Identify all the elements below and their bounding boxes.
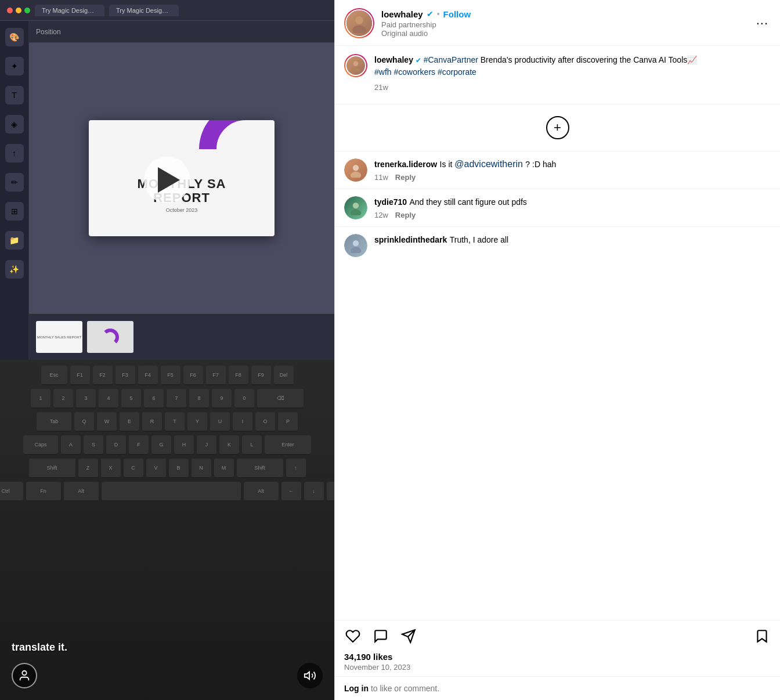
projects-icon[interactable]: 📁 bbox=[5, 231, 24, 250]
key-f9: F9 bbox=[251, 366, 271, 385]
key-k: K bbox=[219, 435, 239, 455]
key-space bbox=[102, 482, 241, 501]
more-options-button[interactable]: ··· bbox=[754, 13, 771, 33]
ig-login-link[interactable]: Log in bbox=[344, 684, 369, 693]
key-f7: F7 bbox=[206, 366, 226, 385]
ig-post-header: loewhaley ✔ #CanvaPartner Brenda's produ… bbox=[344, 54, 771, 93]
comment-reply-button-2[interactable]: Reply bbox=[395, 211, 416, 219]
comment-item-2: tydie710 And they still cant figure out … bbox=[335, 189, 780, 227]
ig-comments: trenerka.liderow Is it @advicewitherin ?… bbox=[335, 151, 780, 620]
comment-avatar-1[interactable] bbox=[344, 158, 367, 182]
svg-point-10 bbox=[353, 240, 359, 246]
key-right: → bbox=[327, 482, 335, 501]
commenter-avatar-img-2 bbox=[344, 196, 367, 219]
apps-icon[interactable]: ⊞ bbox=[5, 202, 24, 221]
ig-username[interactable]: loewhaley bbox=[381, 9, 423, 19]
key-a: A bbox=[61, 435, 81, 455]
comment-text-2: And they still cant figure out pdfs bbox=[410, 197, 527, 207]
post-caption: loewhaley ✔ #CanvaPartner Brenda's produ… bbox=[374, 54, 771, 93]
user-profile-button[interactable] bbox=[12, 663, 37, 688]
canva-sidebar: 🎨 ✦ T ◈ ↑ ✏ ⊞ 📁 ✨ bbox=[0, 21, 29, 360]
svg-point-5 bbox=[351, 67, 360, 72]
avatar-ring[interactable] bbox=[344, 8, 374, 38]
svg-point-9 bbox=[351, 209, 361, 215]
svg-point-6 bbox=[353, 164, 359, 170]
browser-tab-1[interactable]: Try Magic Design ·... bbox=[35, 5, 104, 16]
key-d: D bbox=[106, 435, 126, 455]
elements-icon[interactable]: ✦ bbox=[5, 57, 24, 75]
key-shift-left: Shift bbox=[29, 459, 75, 478]
key-x: X bbox=[101, 459, 121, 478]
ig-action-bar bbox=[335, 620, 780, 650]
commenter-username-2[interactable]: tydie710 bbox=[374, 197, 407, 207]
bookmark-icon bbox=[754, 629, 770, 644]
canva-toolbar: Position bbox=[29, 21, 334, 43]
key-up: ↑ bbox=[286, 459, 306, 478]
video-bottom-controls bbox=[0, 663, 334, 688]
key-n: N bbox=[192, 459, 211, 478]
brand-icon[interactable]: ◈ bbox=[5, 115, 24, 133]
user-icon bbox=[18, 669, 31, 682]
key-s: S bbox=[84, 435, 103, 455]
ig-header-info: loewhaley ✔ • Follow Paid partnership Or… bbox=[381, 9, 747, 38]
key-f2: F2 bbox=[93, 366, 113, 385]
ig-date: November 10, 2023 bbox=[335, 663, 780, 676]
filmstrip-thumb-2[interactable] bbox=[87, 321, 133, 353]
play-button[interactable] bbox=[144, 157, 190, 203]
follow-button[interactable]: Follow bbox=[443, 9, 471, 19]
comment-text-1b: ? :D hah bbox=[525, 160, 556, 169]
sound-button[interactable] bbox=[297, 663, 323, 688]
sound-icon bbox=[304, 669, 316, 682]
load-more-button[interactable]: + bbox=[335, 104, 780, 151]
uploads-icon[interactable]: ↑ bbox=[5, 144, 24, 163]
key-caps: Caps bbox=[23, 435, 58, 455]
like-button[interactable] bbox=[344, 627, 362, 645]
browser-tab-2[interactable]: Try Magic Design I ... bbox=[109, 5, 179, 16]
key-o: O bbox=[255, 412, 275, 432]
draw-icon[interactable]: ✏ bbox=[5, 173, 24, 192]
comment-time-1: 11w bbox=[374, 173, 388, 182]
comment-time-2: 12w bbox=[374, 211, 388, 219]
comment-avatar-2[interactable] bbox=[344, 196, 367, 219]
heart-icon bbox=[345, 629, 360, 644]
key-y: Y bbox=[187, 412, 207, 432]
key-m: M bbox=[214, 459, 234, 478]
comment-mention-1[interactable]: @advicewitherin bbox=[454, 159, 523, 169]
position-label: Position bbox=[36, 28, 61, 36]
browser-bar: Try Magic Design ·... Try Magic Design I… bbox=[0, 0, 334, 21]
comment-avatar-3[interactable] bbox=[344, 234, 367, 257]
post-hashtags[interactable]: #wfh #coworkers #corporate bbox=[374, 67, 476, 77]
comment-reply-button-1[interactable]: Reply bbox=[395, 173, 416, 182]
key-1: 1 bbox=[31, 389, 50, 409]
plus-icon: + bbox=[554, 120, 561, 135]
magic-media-icon[interactable]: ✨ bbox=[5, 260, 24, 279]
avatar-person-icon bbox=[349, 13, 369, 33]
key-r: R bbox=[142, 412, 162, 432]
text-icon[interactable]: T bbox=[5, 86, 24, 104]
ig-login-prompt: Log in to like or comment. bbox=[335, 676, 780, 700]
play-overlay[interactable] bbox=[144, 157, 190, 203]
key-0: 0 bbox=[234, 389, 254, 409]
key-i: I bbox=[233, 412, 252, 432]
comment-button[interactable] bbox=[372, 627, 389, 645]
commenter-username-3[interactable]: sprinkledinthedark bbox=[374, 235, 447, 244]
post-username-inline[interactable]: loewhaley bbox=[374, 55, 413, 64]
filmstrip-thumb-1[interactable]: MONTHLY SALES REPORT bbox=[36, 321, 82, 353]
post-caption-main: Brenda's productivity after discovering … bbox=[481, 55, 698, 64]
post-hashtag-partner[interactable]: #CanvaPartner bbox=[424, 55, 478, 64]
design-icon[interactable]: 🎨 bbox=[5, 28, 24, 46]
key-z: Z bbox=[78, 459, 98, 478]
commenter-username-1[interactable]: trenerka.liderow bbox=[374, 160, 437, 169]
commenter-face-3-icon bbox=[348, 238, 363, 253]
save-button[interactable] bbox=[753, 627, 771, 645]
ig-header: loewhaley ✔ • Follow Paid partnership Or… bbox=[335, 0, 780, 46]
key-w: W bbox=[97, 412, 117, 432]
key-down: ↓ bbox=[304, 482, 324, 501]
load-more-circle[interactable]: + bbox=[546, 116, 569, 139]
ig-actions-left bbox=[344, 627, 417, 645]
commenter-avatar-img-1 bbox=[344, 158, 367, 182]
separator-dot: • bbox=[437, 9, 440, 19]
key-2: 2 bbox=[53, 389, 73, 409]
share-button[interactable] bbox=[400, 627, 417, 645]
post-avatar-ring[interactable] bbox=[344, 54, 367, 77]
